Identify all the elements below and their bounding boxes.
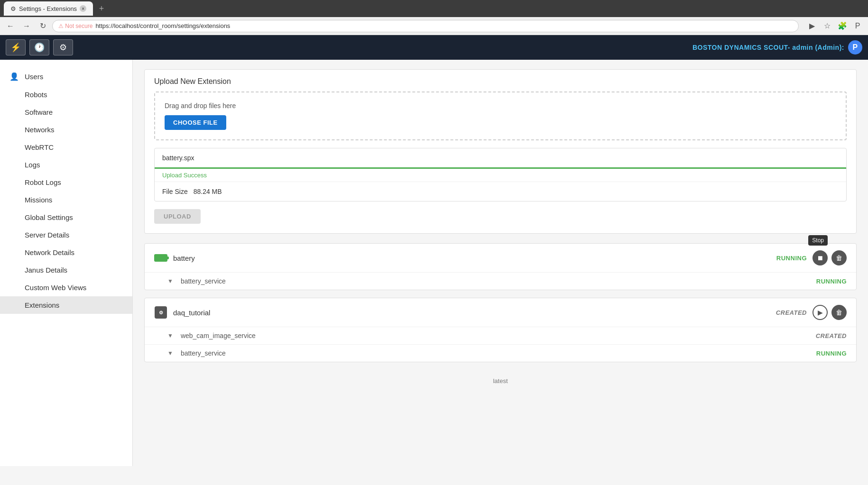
service-row-battery-service: ▼ battery_service RUNNING — [145, 272, 856, 290]
extension-status-daq-tutorial: CREATED — [776, 309, 807, 316]
service-row-battery-service-2: ▼ battery_service RUNNING — [145, 344, 856, 362]
extension-actions-battery: Stop ⏹ 🗑 — [813, 250, 847, 265]
upload-section: Upload New Extension Drag and drop files… — [144, 69, 857, 234]
chevron-down-icon-3: ▼ — [167, 350, 173, 357]
forward-button[interactable]: → — [20, 19, 33, 33]
extension-card-battery: battery RUNNING Stop ⏹ 🗑 ▼ battery_servi… — [144, 243, 857, 290]
chevron-down-icon-2: ▼ — [167, 332, 173, 339]
file-size-row: File Size 88.24 MB — [155, 182, 846, 201]
service-status-battery-service-2: RUNNING — [816, 350, 847, 357]
active-tab[interactable]: ⚙ Settings - Extensions × — [4, 1, 93, 16]
extension-actions-daq-tutorial: ▶ 🗑 — [813, 305, 847, 320]
main-nav-icon: ⚡ — [10, 42, 21, 53]
stop-button-battery[interactable]: ⏹ — [813, 250, 828, 265]
tab-title: Settings - Extensions — [19, 5, 77, 12]
bookmark-star-button[interactable]: ☆ — [821, 19, 834, 33]
delete-button-daq-tutorial[interactable]: 🗑 — [831, 305, 847, 320]
nav-bar: ← → ↻ ⚠ Not secure https://localhost/con… — [0, 17, 868, 35]
sidebar-item-logs[interactable]: Logs — [0, 156, 132, 174]
sidebar-item-server-details[interactable]: Server Details — [0, 226, 132, 244]
play-button-daq-tutorial[interactable]: ▶ — [813, 305, 828, 320]
back-button[interactable]: ← — [4, 19, 17, 33]
sidebar-item-custom-web-views[interactable]: Custom Web Views — [0, 279, 132, 296]
battery-extension-icon — [154, 251, 167, 265]
tab-bar: ⚙ Settings - Extensions × + — [0, 0, 868, 17]
sidebar-item-users[interactable]: 👤 Users — [0, 67, 132, 86]
main-content: Upload New Extension Drag and drop files… — [133, 60, 868, 466]
sidebar-item-janus-details[interactable]: Janus Details — [0, 261, 132, 279]
sidebar-item-robot-logs[interactable]: Robot Logs — [0, 174, 132, 191]
drop-zone-text: Drag and drop files here — [165, 102, 836, 110]
service-name-battery-service: battery_service — [181, 277, 811, 285]
settings-button[interactable]: ⚙ — [53, 39, 73, 55]
version-label: latest — [493, 377, 508, 384]
avatar[interactable]: P — [848, 40, 862, 55]
nav-icons: ▶ ☆ 🧩 P — [805, 19, 864, 33]
profile-button[interactable]: P — [851, 19, 864, 33]
tab-favicon: ⚙ — [10, 5, 16, 12]
main-nav-button[interactable]: ⚡ — [6, 39, 26, 55]
service-status-web-cam-image-service: CREATED — [816, 332, 847, 339]
service-row-web-cam-image-service: ▼ web_cam_image_service CREATED — [145, 327, 856, 344]
app-title: BOSTON DYNAMICS SCOUT- admin (Admin): P — [693, 40, 862, 55]
settings-icon: ⚙ — [59, 42, 67, 53]
sidebar-item-network-details[interactable]: Network Details — [0, 244, 132, 261]
upload-button[interactable]: UPLOAD — [154, 209, 201, 224]
file-size-value: 88.24 MB — [194, 188, 222, 195]
extension-header-battery: battery RUNNING Stop ⏹ 🗑 — [145, 244, 856, 272]
sidebar-item-software[interactable]: Software — [0, 103, 132, 121]
service-name-battery-service-2: battery_service — [181, 349, 811, 357]
sidebar-item-missions[interactable]: Missions — [0, 191, 132, 209]
extension-status-battery: RUNNING — [776, 255, 807, 262]
history-icon: 🕐 — [34, 42, 45, 53]
user-icon: 👤 — [9, 72, 19, 81]
extension-name-battery: battery — [173, 254, 771, 262]
sidebar-item-extensions[interactable]: Extensions — [0, 296, 132, 314]
sidebar: 👤 Users Robots Software Networks WebRTC … — [0, 60, 133, 466]
service-status-battery-service: RUNNING — [816, 278, 847, 285]
app-body: 👤 Users Robots Software Networks WebRTC … — [0, 60, 868, 466]
file-info-card: battery.spx Upload Success File Size 88.… — [154, 148, 847, 201]
url-text: https://localhost/control_room/settings/… — [95, 22, 230, 29]
security-warning: ⚠ Not secure — [58, 23, 92, 29]
file-size-label: File Size — [162, 188, 188, 195]
version-row: latest — [144, 370, 857, 392]
address-bar[interactable]: ⚠ Not secure https://localhost/control_r… — [52, 20, 799, 32]
stop-tooltip-label: Stop — [808, 235, 828, 246]
sidebar-item-robots[interactable]: Robots — [0, 86, 132, 103]
chevron-down-icon: ▼ — [167, 278, 173, 284]
extensions-icon-button[interactable]: 🧩 — [836, 19, 849, 33]
sidebar-item-webrtc[interactable]: WebRTC — [0, 138, 132, 156]
cast-button[interactable]: ▶ — [805, 19, 819, 33]
daq-extension-icon: ⚙ — [154, 306, 167, 319]
tab-close-btn[interactable]: × — [80, 5, 86, 12]
file-name-row: battery.spx — [155, 148, 846, 169]
upload-title: Upload New Extension — [145, 70, 856, 92]
service-name-web-cam-image-service: web_cam_image_service — [181, 332, 810, 339]
extension-card-daq-tutorial: ⚙ daq_tutorial CREATED ▶ 🗑 ▼ web_cam_ima… — [144, 298, 857, 362]
stop-tooltip-container: Stop ⏹ — [813, 250, 828, 265]
sidebar-item-networks[interactable]: Networks — [0, 121, 132, 138]
extension-name-daq-tutorial: daq_tutorial — [173, 309, 770, 317]
reload-button[interactable]: ↻ — [36, 19, 49, 33]
app-header: ⚡ 🕐 ⚙ BOSTON DYNAMICS SCOUT- admin (Admi… — [0, 35, 868, 60]
sidebar-item-global-settings[interactable]: Global Settings — [0, 209, 132, 226]
extension-header-daq-tutorial: ⚙ daq_tutorial CREATED ▶ 🗑 — [145, 298, 856, 327]
new-tab-button[interactable]: + — [95, 2, 108, 15]
drop-zone[interactable]: Drag and drop files here CHOOSE FILE — [154, 92, 847, 140]
history-button[interactable]: 🕐 — [29, 39, 49, 55]
delete-button-battery[interactable]: 🗑 — [831, 250, 847, 265]
choose-file-button[interactable]: CHOOSE FILE — [165, 115, 226, 130]
upload-success-text: Upload Success — [155, 169, 846, 182]
file-name: battery.spx — [162, 154, 194, 162]
